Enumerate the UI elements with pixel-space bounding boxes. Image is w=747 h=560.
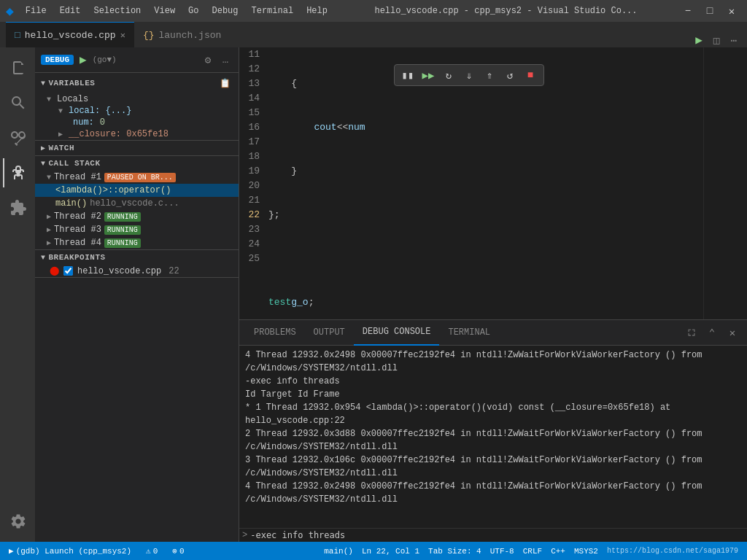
- breakpoint-line: 22: [169, 266, 179, 276]
- thread-3-item[interactable]: ▶ Thread #3 RUNNING: [35, 223, 239, 236]
- tab-cpp[interactable]: □ hello_vscode.cpp ✕: [6, 22, 134, 47]
- local-obj-item[interactable]: ▼ local: {...}: [35, 105, 239, 117]
- debug-stop-btn[interactable]: ■: [522, 66, 539, 84]
- code-editor[interactable]: { cout<<num } }; test g_o; int main(): [268, 47, 703, 319]
- thread-1-item[interactable]: ▼ Thread #1 PAUSED ON BR...: [35, 171, 239, 184]
- console-input[interactable]: [250, 530, 744, 540]
- locals-chevron: ▼: [47, 96, 51, 104]
- variables-copy-icon[interactable]: 📋: [218, 76, 233, 90]
- num-item[interactable]: num: 0: [35, 117, 239, 128]
- tab-debug-console[interactable]: DEBUG CONSOLE: [354, 320, 440, 346]
- thread-2-item[interactable]: ▶ Thread #2 RUNNING: [35, 210, 239, 223]
- callstack-section: ▼ CALL STACK ▼ Thread #1 PAUSED ON BR...…: [35, 156, 239, 250]
- thread-4-item[interactable]: ▶ Thread #4 RUNNING: [35, 236, 239, 249]
- tab-problems[interactable]: PROBLEMS: [245, 320, 305, 346]
- debug-icon[interactable]: [3, 158, 32, 187]
- variables-header[interactable]: ▼ VARIABLES 📋: [35, 73, 239, 93]
- watch-header[interactable]: ▶ WATCH: [35, 141, 239, 155]
- console-line-5: 2 Thread 12932.0x3d88 0x00007ffec2192fe4…: [245, 427, 741, 454]
- frame-main-name: main(): [55, 198, 87, 209]
- language-label: C++: [551, 547, 565, 556]
- code-line-15: [268, 252, 697, 266]
- source-control-icon[interactable]: [3, 123, 32, 152]
- split-editor-icon[interactable]: ◫: [709, 33, 724, 47]
- status-eol[interactable]: CRLF: [520, 547, 545, 556]
- status-cursor-pos[interactable]: Ln 22, Col 1: [359, 547, 422, 556]
- settings-icon[interactable]: [3, 507, 32, 536]
- debug-restart-btn[interactable]: ↻: [440, 66, 457, 84]
- window-controls: − □ ✕: [678, 4, 741, 18]
- breakpoints-chevron: ▼: [41, 254, 46, 262]
- menu-terminal[interactable]: Terminal: [246, 4, 300, 18]
- thread-1-expand: ▼: [47, 174, 51, 182]
- warning-count: 0: [153, 547, 158, 556]
- debug-launch-icon: ▶: [9, 546, 14, 556]
- tab-json-label: launch.json: [158, 30, 221, 41]
- maximize-button[interactable]: □: [700, 4, 719, 18]
- run-icon[interactable]: ▶: [692, 33, 706, 47]
- menu-help[interactable]: Help: [301, 4, 333, 18]
- tab-output[interactable]: OUTPUT: [305, 320, 354, 346]
- tab-terminal[interactable]: TERMINAL: [439, 320, 499, 346]
- callstack-chevron: ▼: [41, 160, 46, 168]
- breakpoints-header[interactable]: ▼ BREAKPOINTS: [35, 250, 239, 265]
- close-button[interactable]: ✕: [722, 4, 741, 18]
- status-encoding[interactable]: UTF-8: [487, 547, 517, 556]
- tab-cpp-close[interactable]: ✕: [120, 30, 125, 41]
- debug-step-out-btn[interactable]: ⇑: [481, 66, 498, 84]
- callstack-header[interactable]: ▼ CALL STACK: [35, 156, 239, 171]
- menu-edit[interactable]: Edit: [54, 4, 87, 18]
- status-language[interactable]: C++: [548, 547, 568, 556]
- status-warnings[interactable]: ⚠ 0: [143, 546, 160, 556]
- menu-go[interactable]: Go: [182, 4, 204, 18]
- closure-item[interactable]: ▶ __closure: 0x65fe18: [35, 128, 239, 140]
- breakpoint-item[interactable]: ⬤ hello_vscode.cpp 22: [35, 265, 239, 277]
- thread-3-expand: ▶: [47, 225, 51, 234]
- local-key: local: {...}: [69, 106, 131, 116]
- menu-file[interactable]: File: [20, 4, 53, 18]
- warning-icon: ⚠: [146, 546, 151, 556]
- panel-tab-bar: PROBLEMS OUTPUT DEBUG CONSOLE TERMINAL ⌃…: [239, 320, 747, 346]
- debug-more-icon[interactable]: …: [218, 52, 233, 67]
- more-actions-icon[interactable]: ⋯: [727, 33, 741, 47]
- code-line-13: }: [268, 164, 697, 179]
- num-value: 0: [100, 117, 105, 128]
- error-icon: ⊗: [172, 546, 177, 556]
- minimize-button[interactable]: −: [678, 4, 697, 18]
- extensions-icon[interactable]: [3, 193, 32, 222]
- menu-view[interactable]: View: [148, 4, 181, 18]
- tab-json[interactable]: {} launch.json: [134, 22, 230, 47]
- debug-reverse-btn[interactable]: ↺: [501, 66, 519, 84]
- status-debug-launch[interactable]: ▶ (gdb) Launch (cpp_msys2): [6, 546, 134, 556]
- menu-selection[interactable]: Selection: [88, 4, 147, 18]
- watch-label: WATCH: [49, 144, 75, 152]
- search-icon[interactable]: [3, 88, 32, 117]
- panel-maximize-icon[interactable]: [683, 324, 700, 341]
- files-icon[interactable]: [3, 53, 32, 82]
- thread-3-label: Thread #3: [54, 225, 101, 235]
- status-errors[interactable]: ⊗ 0: [169, 546, 187, 556]
- debug-pause-btn[interactable]: ▮▮: [399, 66, 417, 84]
- breakpoints-label: BREAKPOINTS: [49, 253, 106, 262]
- debug-step-over-btn[interactable]: ⇓: [460, 66, 478, 84]
- panel-close-icon[interactable]: ✕: [724, 324, 741, 341]
- debug-play-btn[interactable]: ▶: [80, 52, 87, 67]
- status-compiler[interactable]: MSYS2: [571, 547, 601, 556]
- thread-1-label: Thread #1: [54, 172, 101, 182]
- status-watermark: https://blog.csdn.net/saga1979: [604, 547, 741, 556]
- breakpoint-checkbox[interactable]: [63, 266, 73, 276]
- console-input-bar: >: [239, 528, 747, 542]
- status-function[interactable]: main(): [321, 547, 356, 556]
- panel-collapse-icon[interactable]: ⌃: [703, 324, 721, 341]
- stack-frame-lambda[interactable]: <lambda()>::operator(): [35, 184, 239, 197]
- code-container: 11 12 13 14 15 16 17 18 19 20 21 22 23 2…: [239, 47, 747, 319]
- activity-bar: [0, 47, 35, 542]
- locals-group[interactable]: ▼ Locals: [35, 93, 239, 105]
- menu-bar: File Edit Selection View Go Debug Termin…: [20, 4, 333, 18]
- status-tab-size[interactable]: Tab Size: 4: [425, 547, 484, 556]
- debug-settings-icon[interactable]: ⚙: [201, 52, 215, 67]
- debug-continue-btn[interactable]: ▶▶: [419, 66, 437, 84]
- console-prompt: >: [242, 530, 247, 540]
- stack-frame-main[interactable]: main() hello_vscode.c...: [35, 197, 239, 210]
- menu-debug[interactable]: Debug: [206, 4, 244, 18]
